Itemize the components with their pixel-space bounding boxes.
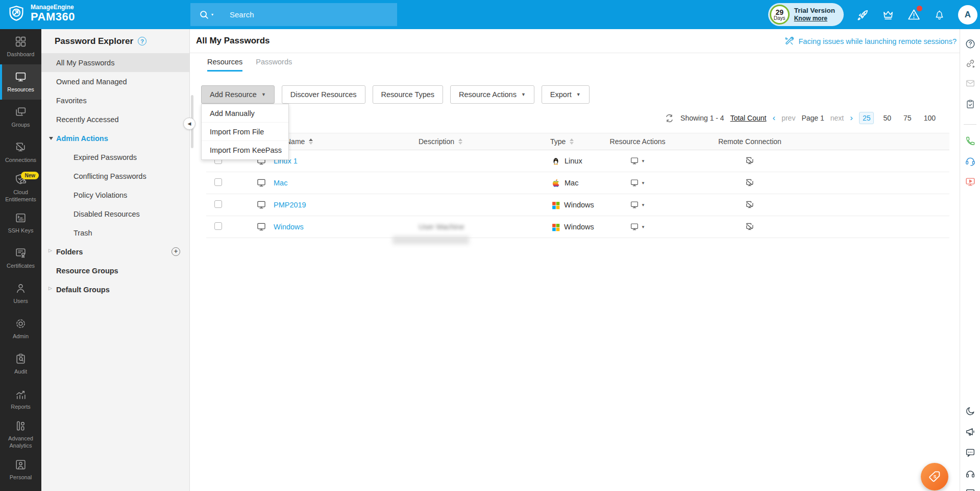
sidebar-item-ssh-keys[interactable]: SSH SSH Keys bbox=[0, 205, 41, 241]
total-count-link[interactable]: Total Count bbox=[730, 114, 767, 122]
monitor-dropdown-icon[interactable]: ▼ bbox=[630, 156, 645, 166]
sidebar-item-groups[interactable]: Groups bbox=[0, 100, 41, 135]
explorer-item-policy-violations[interactable]: Policy Violations bbox=[41, 185, 189, 204]
page-size-100[interactable]: 100 bbox=[921, 112, 939, 124]
explorer-item-owned-and-managed[interactable]: Owned and Managed bbox=[41, 72, 189, 91]
sidebar-item-audit[interactable]: Audit bbox=[0, 346, 41, 382]
sidebar-item-dashboard[interactable]: Dashboard bbox=[0, 29, 41, 64]
search-scope-caret-icon[interactable]: ▾ bbox=[211, 12, 213, 17]
rocket-icon[interactable] bbox=[856, 8, 869, 21]
next-button[interactable]: next bbox=[830, 114, 844, 122]
sort-icon[interactable] bbox=[458, 138, 462, 145]
row-checkbox[interactable] bbox=[214, 222, 222, 230]
row-checkbox[interactable] bbox=[214, 178, 222, 186]
clipboard-check-icon[interactable] bbox=[965, 99, 976, 110]
monitor-dropdown-icon[interactable]: ▼ bbox=[630, 200, 645, 209]
sort-icon[interactable] bbox=[309, 138, 313, 145]
dark-mode-moon-icon[interactable] bbox=[965, 406, 976, 417]
resource-actions-button[interactable]: Resource Actions▼ bbox=[450, 85, 534, 104]
headphones-icon[interactable] bbox=[965, 468, 976, 479]
remote-session-help-link[interactable]: Facing issues while launching remote ses… bbox=[784, 36, 957, 46]
collapsed-triangle-icon[interactable]: ▷ bbox=[48, 248, 52, 253]
row-checkbox[interactable] bbox=[214, 200, 222, 208]
collapsed-triangle-icon[interactable]: ▷ bbox=[48, 286, 52, 291]
resource-name-link[interactable]: Mac bbox=[274, 179, 287, 187]
sidebar-item-certificates[interactable]: Certificates bbox=[0, 241, 41, 276]
sort-icon[interactable] bbox=[570, 138, 574, 145]
user-avatar[interactable]: A bbox=[958, 5, 977, 25]
remote-session-icon[interactable] bbox=[745, 156, 755, 166]
shield-arrow-logo-icon bbox=[7, 5, 26, 23]
explorer-item-favorites[interactable]: Favorites bbox=[41, 91, 189, 110]
tab-resources[interactable]: Resources bbox=[207, 58, 242, 72]
explorer-item-admin-actions[interactable]: Admin Actions bbox=[41, 129, 189, 148]
export-button[interactable]: Export▼ bbox=[542, 85, 590, 104]
remote-session-icon[interactable] bbox=[745, 222, 755, 232]
alert-icon[interactable] bbox=[907, 8, 921, 21]
sidebar-item-personal[interactable]: Personal bbox=[0, 452, 41, 487]
sidebar-item-reports[interactable]: Reports bbox=[0, 382, 41, 417]
monitor-dropdown-icon[interactable]: ▼ bbox=[630, 222, 645, 231]
sidebar-item-resources[interactable]: Resources bbox=[0, 64, 41, 100]
explorer-item-trash[interactable]: Trash bbox=[41, 223, 189, 242]
explorer-item-recently-accessed[interactable]: Recently Accessed bbox=[41, 110, 189, 129]
mail-icon[interactable] bbox=[965, 78, 976, 89]
table-header-row: Name Description Type Resource Actions R… bbox=[206, 133, 949, 150]
page-indicator: Page 1 bbox=[801, 114, 824, 122]
refresh-icon[interactable] bbox=[665, 113, 674, 123]
bell-icon[interactable] bbox=[933, 8, 946, 21]
explorer-item-folders[interactable]: ▷Folders+ bbox=[41, 242, 189, 261]
add-resource-button[interactable]: Add Resource▼ bbox=[201, 85, 275, 104]
headset-icon[interactable] bbox=[964, 155, 976, 167]
resource-name-link[interactable]: Windows bbox=[274, 223, 304, 231]
offer-fab[interactable]: S bbox=[921, 463, 948, 490]
phone-icon[interactable] bbox=[965, 135, 976, 147]
help-circle-icon[interactable]: ? bbox=[138, 37, 146, 45]
brand-logo[interactable]: ManageEngine PAM360 bbox=[7, 4, 75, 23]
menu-item-import-from-keepass[interactable]: Import From KeePass bbox=[202, 141, 288, 159]
page-size-25[interactable]: 25 bbox=[859, 112, 874, 124]
prev-button[interactable]: prev bbox=[781, 114, 795, 122]
gear-icon bbox=[14, 317, 27, 330]
apple-icon bbox=[551, 178, 560, 188]
explorer-item-conflicting-passwords[interactable]: Conflicting Passwords bbox=[41, 167, 189, 185]
device-icon[interactable] bbox=[965, 487, 976, 491]
chat-icon[interactable] bbox=[965, 447, 976, 458]
page-size-75[interactable]: 75 bbox=[900, 112, 915, 124]
expanded-triangle-icon[interactable] bbox=[49, 137, 53, 140]
crown-icon[interactable] bbox=[881, 8, 895, 21]
session-play-icon[interactable] bbox=[965, 176, 976, 188]
resource-types-button[interactable]: Resource Types bbox=[373, 85, 444, 104]
explorer-item-expired-passwords[interactable]: Expired Passwords bbox=[41, 148, 189, 167]
page-size-50[interactable]: 50 bbox=[880, 112, 894, 124]
next-chevron-icon[interactable]: › bbox=[850, 113, 853, 123]
sidebar-item-advanced-analytics[interactable]: Advanced Analytics bbox=[0, 417, 41, 452]
link-icon[interactable] bbox=[965, 58, 976, 69]
remote-session-icon[interactable] bbox=[745, 200, 755, 210]
menu-item-import-from-file[interactable]: Import From File bbox=[202, 123, 288, 141]
help-circle-icon[interactable] bbox=[965, 38, 976, 50]
prev-chevron-icon[interactable]: ‹ bbox=[772, 113, 775, 123]
sidebar-item-connections[interactable]: Connections bbox=[0, 135, 41, 170]
tab-passwords[interactable]: Passwords bbox=[256, 58, 292, 72]
menu-item-add-manually[interactable]: Add Manually bbox=[202, 104, 288, 123]
trial-version-badge[interactable]: 29 Days Trial Version Know more bbox=[768, 3, 844, 26]
sidebar-item-users[interactable]: Users bbox=[0, 276, 41, 311]
discover-resources-button[interactable]: Discover Resources bbox=[282, 85, 365, 104]
know-more-link[interactable]: Know more bbox=[794, 15, 835, 22]
resource-name-link[interactable]: PMP2019 bbox=[274, 201, 306, 209]
sidebar-item-cloud-entitlements[interactable]: New Cloud Entitlements bbox=[0, 170, 41, 205]
remote-session-icon[interactable] bbox=[745, 178, 755, 188]
plus-circle-icon[interactable]: + bbox=[172, 247, 180, 256]
global-search-input[interactable]: ▾ Search bbox=[190, 3, 397, 26]
resource-type: Windows bbox=[564, 201, 594, 209]
explorer-item-resource-groups[interactable]: Resource Groups bbox=[41, 261, 189, 280]
explorer-item-all-my-passwords[interactable]: All My Passwords bbox=[41, 53, 189, 72]
search-icon[interactable]: ▾ bbox=[199, 9, 213, 20]
explorer-item-default-groups[interactable]: ▷Default Groups bbox=[41, 280, 189, 299]
monitor-dropdown-icon[interactable]: ▼ bbox=[630, 178, 645, 188]
sidebar-collapse-button[interactable]: ◀ bbox=[183, 118, 195, 130]
sidebar-item-admin[interactable]: Admin bbox=[0, 311, 41, 346]
explorer-item-disabled-resources[interactable]: Disabled Resources bbox=[41, 204, 189, 223]
megaphone-icon[interactable] bbox=[965, 426, 976, 437]
